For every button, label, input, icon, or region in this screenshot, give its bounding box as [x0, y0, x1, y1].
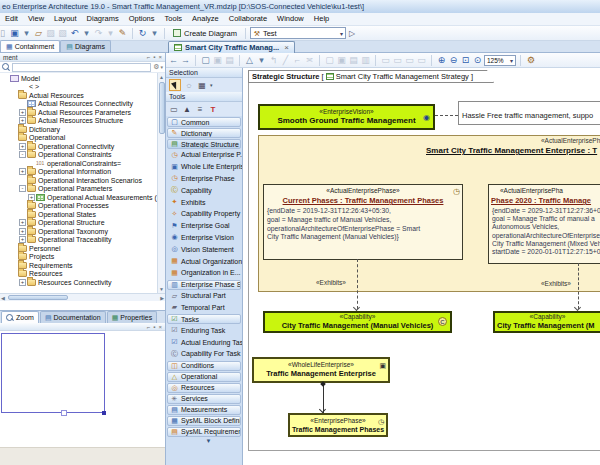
undo-caret-icon[interactable]: ▾: [81, 27, 92, 40]
tree-item[interactable]: operationalConstraints=: [0, 159, 156, 168]
exhibits-label[interactable]: «Exhibits»: [541, 280, 571, 287]
menu-item[interactable]: Layout: [49, 13, 82, 25]
tree-item[interactable]: Actual Resources Connectivity: [0, 100, 156, 109]
palette-entry[interactable]: ▦ SysML Block Definitio ...: [167, 416, 241, 426]
show-parents-icon[interactable]: ▢: [324, 54, 335, 67]
palette-section-selection[interactable]: Selection: [166, 68, 242, 78]
tree-options-button[interactable]: ⚙ ▾: [153, 63, 163, 71]
palette-entry[interactable]: ▢ Common: [167, 117, 241, 127]
separator[interactable]: [132, 28, 133, 39]
tab-containment[interactable]: ▦ Containment: [0, 40, 60, 52]
scroll-down-icon[interactable]: ▼: [158, 285, 165, 293]
palette-entry[interactable]: ⚑ Enterprise Goal: [166, 220, 242, 232]
zoom-viewport-handle[interactable]: [61, 410, 67, 416]
expander-icon[interactable]: +: [19, 168, 26, 175]
forward-icon[interactable]: →: [180, 54, 191, 67]
palette-entry[interactable]: ☑ Actual Enduring Task: [166, 336, 242, 348]
tree-item[interactable]: - Operational Parameters: [0, 185, 156, 194]
menu-item[interactable]: Edit: [0, 13, 23, 25]
menu-item[interactable]: Window: [272, 13, 309, 25]
palette-entry[interactable]: ◉ Enterprise Vision: [166, 232, 242, 244]
palette-entry[interactable]: ✳ Services: [167, 394, 241, 404]
connector-exhibits-right[interactable]: [578, 263, 579, 309]
zoom-level-combo[interactable]: 125% ▾: [484, 55, 516, 66]
expander-icon[interactable]: -: [19, 185, 26, 192]
node-smart-city-enterprise[interactable]: «ActualEnterprisePha Smart City Traffic …: [258, 135, 600, 292]
close-icon[interactable]: ×: [284, 43, 289, 52]
path-common-icon[interactable]: ≍: [304, 54, 315, 67]
expander-icon[interactable]: +: [19, 109, 26, 116]
palette-entry[interactable]: Ⓒ Capability For Task: [166, 348, 242, 360]
expander-icon[interactable]: +: [19, 279, 26, 286]
redo-caret-icon[interactable]: ▾: [105, 27, 116, 40]
diagram-frame-header[interactable]: Strategic Structure [ Smart City Traffic…: [248, 70, 494, 83]
tree-item[interactable]: + Operational Actual Measurements (.xlsx…: [0, 193, 156, 202]
palette-entry[interactable]: ◎ Vision Statement: [166, 243, 242, 255]
layout-icon[interactable]: △: [244, 54, 255, 67]
close-icon[interactable]: ×: [158, 324, 162, 330]
cut-partial-icon[interactable]: ▯: [0, 27, 8, 40]
palette-entry[interactable]: Ⓒ Capability: [166, 184, 242, 196]
expander-icon[interactable]: -: [19, 151, 26, 158]
refresh-caret-icon[interactable]: ▾: [149, 27, 160, 40]
text-tool-icon[interactable]: T: [208, 105, 218, 114]
node-whole-life-enterprise[interactable]: «WholeLifeEnterprise» Traffic Management…: [252, 357, 390, 383]
select-cursor-tool[interactable]: [169, 79, 181, 91]
palette-entry[interactable]: ☑ Tasks: [167, 314, 241, 324]
separator[interactable]: [164, 28, 165, 39]
undo-icon[interactable]: ↶: [69, 27, 80, 40]
open-icon[interactable]: ▱: [33, 27, 44, 40]
palette-section-tools[interactable]: Tools: [166, 92, 242, 102]
align-right-icon[interactable]: ▭: [404, 54, 415, 67]
tree-item[interactable]: + Operational Structure: [0, 219, 156, 228]
grid-select-icon[interactable]: ▦: [197, 81, 207, 90]
refresh-icon[interactable]: ↻: [137, 27, 148, 40]
scroll-right-icon[interactable]: ▶: [160, 294, 164, 302]
menu-item[interactable]: Help: [309, 13, 334, 25]
node-traffic-management-phases[interactable]: «EnterprisePhase» Traffic Management Pha…: [288, 413, 388, 437]
palette-entry[interactable]: ▤ SysML Requirements ...: [167, 427, 241, 437]
tree-item[interactable]: + Operational Taxonomy: [0, 227, 156, 236]
menu-item[interactable]: Diagrams: [82, 13, 124, 25]
zoom-in-icon[interactable]: ⊕: [436, 54, 447, 67]
perspective-combo[interactable]: ⚒ Test ▾: [250, 27, 346, 39]
anchor-tool-icon[interactable]: ▲: [182, 105, 192, 114]
palette-entry[interactable]: ✧ Capability Property: [166, 208, 242, 220]
menu-item[interactable]: Analyze: [187, 13, 224, 25]
copy-image-icon[interactable]: ▣: [212, 54, 223, 67]
show-tagged-values-icon[interactable]: ▥: [360, 54, 371, 67]
palette-entry[interactable]: ▦ Actual Organization: [166, 255, 242, 267]
separator[interactable]: [195, 55, 196, 66]
chevron-down-icon[interactable]: ▾: [510, 57, 513, 64]
separator[interactable]: [431, 55, 432, 66]
expander-icon[interactable]: +: [19, 228, 26, 235]
path-oblique-icon[interactable]: ╱: [280, 54, 291, 67]
save-icon[interactable]: ▣: [9, 27, 20, 40]
zoom-viewport-rectangle[interactable]: [1, 333, 105, 413]
menu-item[interactable]: View: [23, 13, 49, 25]
distribute-icon[interactable]: ▭: [416, 54, 427, 67]
zoom-viewport-corner[interactable]: [102, 411, 106, 415]
separator[interactable]: [375, 55, 376, 66]
back-icon[interactable]: ←: [168, 54, 179, 67]
expand-toolbar-icon[interactable]: ▷: [349, 29, 355, 38]
align-center-icon[interactable]: ▭: [392, 54, 403, 67]
tree-item[interactable]: Operational Processes: [0, 202, 156, 211]
palette-entry[interactable]: ▱ Structural Part: [166, 290, 242, 302]
zoom-1-1-icon[interactable]: ⊙: [472, 54, 483, 67]
menu-item[interactable]: Collaborate: [224, 13, 272, 25]
print-icon[interactable]: ▨: [45, 27, 56, 40]
separator[interactable]: [239, 55, 240, 66]
expander-icon[interactable]: +: [19, 143, 26, 150]
separator[interactable]: [319, 55, 320, 66]
search-input[interactable]: [12, 63, 151, 72]
tab-diagrams[interactable]: ▤ Diagrams: [60, 40, 111, 52]
redo-icon[interactable]: ↷: [93, 27, 104, 40]
marquee-select-icon[interactable]: ◌: [184, 81, 194, 90]
node-current-phases[interactable]: «ActualEnterprisePhase» Current Phases :…: [263, 184, 463, 260]
pin-icon[interactable]: ▪: [153, 324, 155, 330]
palette-entry[interactable]: ▤ Measurements: [167, 405, 241, 415]
tree-item[interactable]: + Operational Connectivity: [0, 142, 156, 151]
gear-icon[interactable]: ⚙: [527, 55, 535, 65]
menu-item[interactable]: Options: [124, 13, 160, 25]
